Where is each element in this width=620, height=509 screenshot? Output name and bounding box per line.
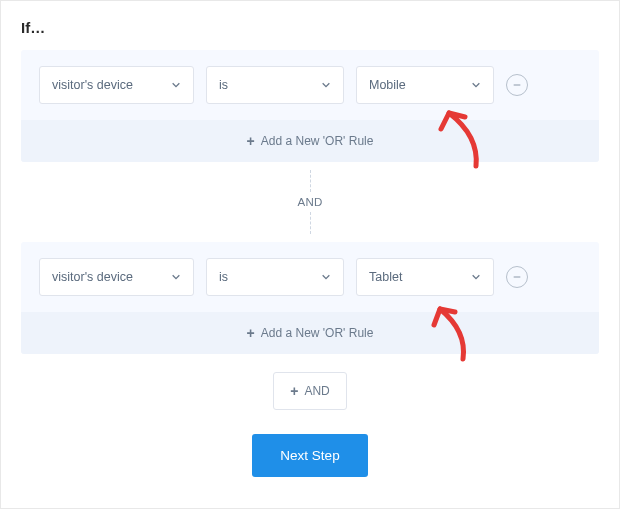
add-or-rule-label: Add a New 'OR' Rule [261, 134, 374, 148]
rule-value-value: Tablet [369, 270, 402, 284]
rule-field-value: visitor's device [52, 78, 133, 92]
remove-rule-button[interactable] [506, 74, 528, 96]
dashed-connector [310, 170, 311, 192]
plus-icon: + [290, 383, 298, 399]
rule-row: visitor's device is Mobile [39, 66, 581, 120]
rule-field-select[interactable]: visitor's device [39, 66, 194, 104]
chevron-down-icon [321, 272, 331, 282]
plus-icon: + [247, 133, 255, 149]
rule-group: visitor's device is Tablet + Add a New '… [21, 242, 599, 354]
add-or-rule-bar: + Add a New 'OR' Rule [21, 312, 599, 354]
add-or-rule-label: Add a New 'OR' Rule [261, 326, 374, 340]
next-step-button[interactable]: Next Step [252, 434, 367, 477]
chevron-down-icon [471, 80, 481, 90]
plus-icon: + [247, 325, 255, 341]
rule-value-value: Mobile [369, 78, 406, 92]
add-or-rule-button[interactable]: + Add a New 'OR' Rule [247, 325, 374, 341]
if-heading: If… [21, 19, 599, 36]
chevron-down-icon [171, 80, 181, 90]
add-or-rule-bar: + Add a New 'OR' Rule [21, 120, 599, 162]
add-and-button[interactable]: + AND [273, 372, 347, 410]
dashed-connector [310, 212, 311, 234]
rule-value-select[interactable]: Mobile [356, 66, 494, 104]
rule-operator-select[interactable]: is [206, 66, 344, 104]
rule-field-value: visitor's device [52, 270, 133, 284]
remove-rule-button[interactable] [506, 266, 528, 288]
minus-icon [512, 80, 522, 90]
rule-field-select[interactable]: visitor's device [39, 258, 194, 296]
rule-operator-value: is [219, 270, 228, 284]
and-separator: AND [21, 162, 599, 242]
rule-operator-select[interactable]: is [206, 258, 344, 296]
chevron-down-icon [471, 272, 481, 282]
add-and-label: AND [304, 384, 329, 398]
rule-group: visitor's device is Mobile + Add a New '… [21, 50, 599, 162]
rule-operator-value: is [219, 78, 228, 92]
chevron-down-icon [171, 272, 181, 282]
rule-value-select[interactable]: Tablet [356, 258, 494, 296]
rule-row: visitor's device is Tablet [39, 258, 581, 312]
add-or-rule-button[interactable]: + Add a New 'OR' Rule [247, 133, 374, 149]
and-separator-label: AND [297, 192, 322, 212]
minus-icon [512, 272, 522, 282]
chevron-down-icon [321, 80, 331, 90]
